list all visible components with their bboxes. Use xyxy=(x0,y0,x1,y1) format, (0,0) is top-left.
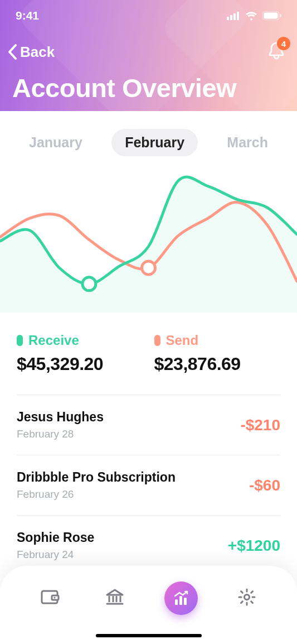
transaction-amount: +$1200 xyxy=(228,537,280,555)
transaction-date: February 28 xyxy=(17,428,104,440)
tab-wallet[interactable] xyxy=(35,581,66,613)
svg-rect-5 xyxy=(264,13,278,19)
back-button[interactable]: Back xyxy=(7,44,55,61)
wallet-icon xyxy=(41,589,60,605)
page-title: Account Overview xyxy=(12,73,236,103)
tab-analytics[interactable] xyxy=(164,581,198,615)
notification-badge: 4 xyxy=(277,37,290,50)
svg-rect-2 xyxy=(233,13,236,20)
summary: Receive $45,329.20 Send $23,876.69 xyxy=(0,313,297,388)
status-bar: 9:41 xyxy=(0,0,297,31)
nav-row: Back 4 xyxy=(0,41,297,63)
bank-icon xyxy=(105,588,124,606)
signal-icon xyxy=(227,11,240,20)
home-indicator xyxy=(96,634,202,637)
bell-icon xyxy=(268,41,285,60)
battery-icon xyxy=(262,11,281,20)
month-tab-february[interactable]: February xyxy=(111,129,198,156)
transaction-amount: -$60 xyxy=(249,477,280,494)
header: 9:41 Back xyxy=(0,0,297,111)
svg-rect-16 xyxy=(179,596,182,605)
chevron-left-icon xyxy=(7,44,19,60)
gear-icon xyxy=(238,588,256,606)
svg-rect-0 xyxy=(227,17,229,20)
transaction-title: Dribbble Pro Subscription xyxy=(17,470,176,485)
analytics-icon xyxy=(172,589,190,607)
chart-marker-receive[interactable] xyxy=(82,277,96,291)
month-tab-march[interactable]: March xyxy=(213,129,281,156)
chart-marker-send[interactable] xyxy=(142,261,155,275)
dot-icon-send xyxy=(154,335,160,346)
summary-send-label: Send xyxy=(166,333,199,348)
transaction-title: Sophie Rose xyxy=(17,530,94,545)
transaction-date: February 26 xyxy=(17,488,176,501)
status-time: 9:41 xyxy=(16,9,39,22)
transaction-list: Jesus HughesFebruary 28-$210Dribbble Pro… xyxy=(0,395,297,575)
summary-receive: Receive $45,329.20 xyxy=(17,333,143,374)
overview-chart xyxy=(0,156,297,313)
svg-rect-3 xyxy=(237,12,239,20)
bottom-tab-bar xyxy=(0,566,297,644)
tab-settings[interactable] xyxy=(231,581,262,613)
svg-point-9 xyxy=(54,597,56,598)
month-tab-january[interactable]: January xyxy=(16,129,96,156)
transaction-row[interactable]: Dribbble Pro SubscriptionFebruary 26-$60 xyxy=(17,455,280,516)
status-indicators xyxy=(227,11,281,21)
svg-rect-1 xyxy=(230,15,232,20)
svg-rect-4 xyxy=(263,12,279,20)
tab-bank[interactable] xyxy=(99,581,130,613)
summary-send-value: $23,876.69 xyxy=(154,354,281,374)
notifications-button[interactable]: 4 xyxy=(268,41,285,63)
dot-icon-receive xyxy=(17,335,23,346)
wifi-icon xyxy=(245,11,258,21)
summary-receive-value: $45,329.20 xyxy=(17,354,143,374)
transaction-date: February 24 xyxy=(17,549,94,561)
transaction-row[interactable]: Jesus HughesFebruary 28-$210 xyxy=(17,395,280,455)
transaction-amount: -$210 xyxy=(240,416,280,434)
summary-receive-label: Receive xyxy=(28,333,79,348)
back-label: Back xyxy=(20,44,55,61)
svg-point-18 xyxy=(244,595,249,600)
transaction-title: Jesus Hughes xyxy=(17,410,104,425)
svg-rect-6 xyxy=(280,14,281,17)
summary-send: Send $23,876.69 xyxy=(154,333,281,374)
svg-rect-17 xyxy=(184,598,187,605)
svg-rect-15 xyxy=(175,599,178,605)
